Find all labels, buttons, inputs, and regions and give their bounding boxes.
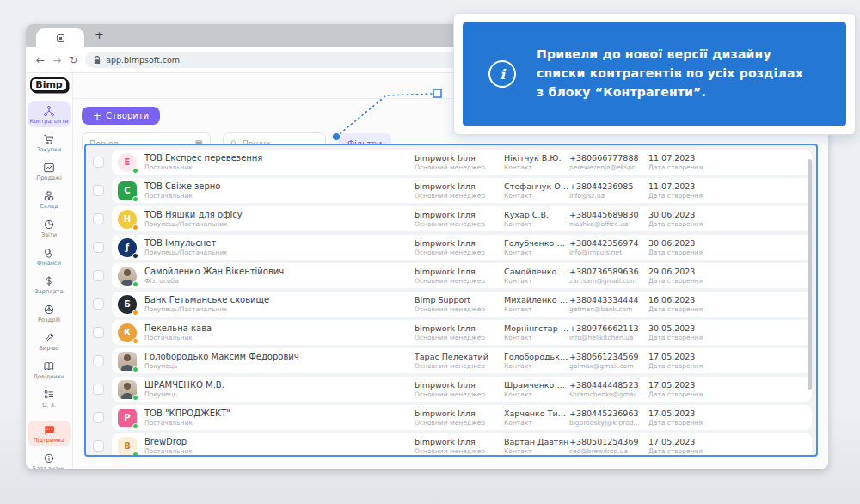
counterparty-card[interactable]: К Пекельна кава Постачальник	[112, 320, 812, 345]
list-item[interactable]: Е ТОВ Експрес перевезення Постачальник	[93, 150, 816, 175]
sidebar-label: Контрагенти	[29, 118, 68, 125]
list-item[interactable]: B BrewDrop Постачальник	[93, 433, 816, 457]
contact-role-label: Контакт	[504, 362, 569, 370]
status-dot	[132, 281, 138, 287]
reload-button[interactable]: ↻	[69, 54, 77, 66]
counterparty-card[interactable]: Е ТОВ Експрес перевезення Постачальник	[112, 150, 812, 175]
contact-role-label: Контакт	[504, 163, 569, 171]
contact-name: Шрамченко Ми...	[504, 380, 569, 390]
browser-tab[interactable]	[36, 28, 84, 47]
sidebar-item-salary[interactable]: Зарплата	[28, 272, 71, 298]
email-address: ceo@brewdrop.ua	[569, 447, 648, 455]
row-checkbox[interactable]	[93, 440, 104, 452]
status-dot	[132, 168, 138, 174]
counterparty-type: Постачальник	[144, 163, 415, 171]
contact-name: Морнінгстар Ле...	[504, 323, 569, 333]
sidebar-item-production[interactable]: Вир-во	[28, 329, 71, 354]
list-item[interactable]: К Пекельна кава Постачальник	[93, 320, 816, 345]
sidebar-label: Склад	[40, 203, 58, 210]
avatar-glyph: ƒ	[126, 243, 129, 252]
list-item[interactable]: ШРАМЧЕНКО М.В. Покупець bimpwork Ілля Ос…	[93, 377, 816, 402]
list-item[interactable]: Б Банк Гетьманське сховище Покупець/Пост…	[93, 292, 816, 317]
counterparty-name: Банк Гетьманське сховище	[144, 295, 415, 304]
counterparty-card[interactable]: С ТОВ Свіже зерно Постачальник	[112, 178, 812, 203]
list-scrollbar[interactable]	[808, 159, 812, 390]
status-dot	[132, 224, 138, 230]
contact-role-label: Контакт	[504, 419, 569, 427]
contact-role-label: Контакт	[504, 390, 569, 398]
pie-chart-icon	[43, 218, 55, 230]
row-checkbox[interactable]	[93, 185, 104, 196]
helm-icon	[43, 304, 55, 316]
back-button[interactable]: ←	[36, 54, 45, 66]
counterparty-card[interactable]: B BrewDrop Постачальник	[112, 433, 812, 457]
row-checkbox[interactable]	[93, 412, 104, 423]
manager-role-label: Основний менеджер	[415, 220, 504, 228]
row-checkbox[interactable]	[93, 270, 104, 281]
row-checkbox[interactable]	[93, 355, 104, 366]
row-checkbox[interactable]	[93, 157, 104, 168]
sidebar-item-reports[interactable]: Звіти	[28, 215, 71, 241]
counterparty-card[interactable]: Голобородько Максим Федорович Покупець Т…	[112, 348, 812, 373]
creation-date-label: Дата створення	[648, 277, 812, 285]
contact-name: Кухар С.В.	[504, 210, 569, 219]
plus-icon: +	[93, 112, 101, 120]
list-item[interactable]: С ТОВ Свіже зерно Постачальник	[93, 178, 816, 203]
sidebar-item-warehouse[interactable]: Склад	[28, 187, 71, 212]
list-item[interactable]: P ТОВ "КПРОДЖЕКТ" Постачальник	[93, 405, 816, 430]
counterparty-card[interactable]: Н ТОВ Няшки для офісу Покупець/Постачаль…	[112, 206, 812, 231]
phone-number: +380443334444	[569, 295, 648, 304]
network-icon	[43, 105, 55, 117]
creation-date: 30.06.2023	[648, 210, 812, 219]
manager-role-label: Основний менеджер	[415, 419, 504, 427]
chart-icon	[43, 162, 55, 174]
counterparty-card[interactable]: ƒ ТОВ Імпульснет Покупець/Постачальник	[112, 235, 812, 260]
manager-name: bimpwork Ілля	[415, 409, 504, 418]
counterparty-card[interactable]: Самойленко Жан Вікентійович Фіз. особа b…	[112, 263, 812, 288]
create-button[interactable]: + Створити	[82, 107, 160, 125]
announcement-line: з блоку “Контрагенти”.	[537, 83, 803, 102]
creation-date: 30.05.2023	[648, 323, 812, 333]
sidebar-item-directories[interactable]: Довідники	[28, 357, 71, 383]
row-checkbox[interactable]	[93, 242, 104, 253]
sidebar-item-purchases[interactable]: Закупки	[28, 130, 71, 156]
list-item[interactable]: ƒ ТОВ Імпульснет Покупець/Постачальник	[93, 235, 816, 260]
avatar: Е	[118, 153, 137, 172]
avatar: Н	[118, 210, 137, 229]
phone-number: +380666777888	[569, 153, 648, 163]
contact-name: Голубченко О.С.	[504, 238, 569, 248]
sidebar-item-sales[interactable]: Продажі	[28, 158, 71, 184]
sidebar-item-fixed-assets[interactable]: О. З.	[28, 385, 71, 411]
list-item[interactable]: Голобородько Максим Федорович Покупець Т…	[93, 348, 816, 373]
counterparty-card[interactable]: Б Банк Гетьманське сховище Покупець/Пост…	[112, 292, 812, 317]
manager-role-label: Основний менеджер	[415, 362, 504, 370]
counterparty-card[interactable]: P ТОВ "КПРОДЖЕКТ" Постачальник	[112, 405, 812, 430]
list-item[interactable]: Н ТОВ Няшки для офісу Покупець/Постачаль…	[93, 206, 816, 231]
sidebar-item-support[interactable]: Підтримка	[28, 421, 71, 446]
sidebar-item-counterparties[interactable]: Контрагенти	[28, 101, 71, 127]
row-checkbox[interactable]	[93, 327, 104, 338]
phone-number: +380501254369	[569, 437, 648, 446]
counterparty-type: Постачальник	[144, 419, 415, 427]
sidebar-item-finance[interactable]: Фінанси	[28, 243, 71, 269]
contact-role-label: Контакт	[504, 220, 569, 228]
sidebar-item-retail[interactable]: Роздріб	[28, 300, 71, 326]
counterparty-type: Постачальник	[144, 447, 415, 455]
row-checkbox[interactable]	[93, 384, 104, 395]
email-address: golmax@gmail.com	[569, 362, 648, 370]
bimp-logo[interactable]: Bimp	[30, 77, 68, 92]
list-item[interactable]: Самойленко Жан Вікентійович Фіз. особа b…	[93, 263, 816, 288]
forward-button[interactable]: →	[52, 54, 61, 66]
manager-role-label: Основний менеджер	[415, 192, 504, 200]
counterparty-card[interactable]: ШРАМЧЕНКО М.В. Покупець bimpwork Ілля Ос…	[112, 377, 812, 402]
coins-icon	[43, 247, 55, 259]
new-tab-button[interactable]: +	[95, 28, 104, 43]
sidebar-item-knowledge-base[interactable]: База знань	[28, 449, 71, 469]
contact-role-label: Контакт	[504, 277, 569, 285]
counterparty-type: Постачальник	[144, 334, 415, 341]
row-checkbox[interactable]	[93, 213, 104, 224]
status-dot	[132, 366, 138, 372]
checklist-icon	[43, 389, 55, 401]
status-dot	[132, 423, 138, 429]
row-checkbox[interactable]	[93, 298, 104, 310]
